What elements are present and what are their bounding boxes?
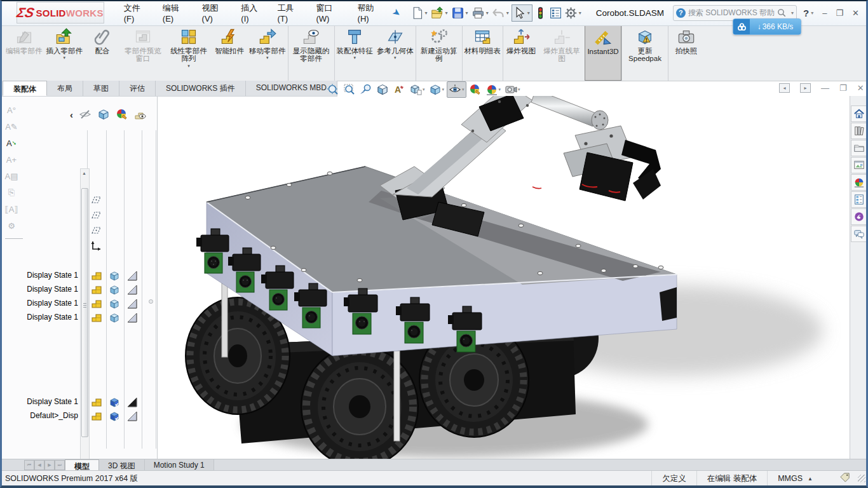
- ribbon-button[interactable]: 移动零部件 ▾: [247, 25, 288, 81]
- menu-item[interactable]: 帮助(H): [352, 0, 389, 27]
- search-scope-caret[interactable]: ▾: [791, 10, 794, 16]
- close-button[interactable]: ✕: [852, 8, 859, 18]
- doc-minimize-button[interactable]: —: [821, 83, 829, 93]
- collapse-right-pane-icon[interactable]: ▸: [800, 83, 811, 93]
- open-button[interactable]: ▾: [430, 5, 450, 21]
- hide-show-cell[interactable]: [91, 396, 102, 408]
- pane-splitter-handle[interactable]: [149, 299, 153, 304]
- resources-home-button[interactable]: [851, 105, 867, 122]
- download-speed-badge[interactable]: ↓366 KB/s: [733, 18, 801, 35]
- ribbon-button[interactable]: 爆炸视图: [503, 25, 539, 81]
- display-mode-cell[interactable]: [109, 270, 120, 281]
- forum-button[interactable]: [851, 208, 867, 225]
- component-row[interactable]: Display State 1: [0, 297, 157, 311]
- component-row[interactable]: Display State 1: [0, 283, 157, 297]
- appearance-cell[interactable]: [126, 298, 138, 309]
- menu-item[interactable]: 文件(F): [118, 0, 154, 27]
- restore-button[interactable]: ❐: [836, 8, 843, 18]
- menu-item[interactable]: 视图(V): [196, 0, 233, 27]
- display-mode-cell[interactable]: [109, 396, 120, 408]
- ribbon-button[interactable]: 显示隐藏的零部件: [288, 25, 334, 81]
- menu-item[interactable]: 编辑(E): [157, 0, 194, 27]
- component-label[interactable]: Display State 1: [21, 285, 78, 294]
- rebuild-button[interactable]: [533, 5, 548, 21]
- plane-icon[interactable]: [90, 224, 102, 236]
- display-mode-cell[interactable]: [109, 284, 120, 295]
- edit-appearance-button[interactable]: [468, 82, 483, 97]
- appearance-cell[interactable]: [126, 312, 138, 323]
- menu-item[interactable]: 插入(I): [235, 0, 269, 27]
- 3d-viewport[interactable]: [157, 96, 850, 459]
- custom-properties-button[interactable]: [851, 191, 867, 208]
- tab-mbd[interactable]: SOLIDWORKS MBD: [246, 81, 337, 96]
- display-mode-column-icon[interactable]: [97, 108, 110, 121]
- print-button[interactable]: ▾: [471, 5, 491, 21]
- ribbon-button[interactable]: 更新 Speedpak: [621, 25, 668, 81]
- plane-icon[interactable]: [90, 209, 102, 221]
- tab-model[interactable]: 模型: [65, 459, 99, 471]
- ribbon-button[interactable]: 配合: [85, 25, 120, 81]
- plane-icon[interactable]: [90, 194, 102, 206]
- search-icon[interactable]: [777, 8, 787, 18]
- section-view-button[interactable]: [375, 82, 390, 97]
- tag-icon[interactable]: [839, 473, 850, 484]
- zoom-to-selection-button[interactable]: [358, 82, 374, 97]
- tab-layout[interactable]: 布局: [47, 81, 83, 96]
- component-label[interactable]: Default>_Disp: [21, 411, 78, 420]
- appearance-cell[interactable]: [126, 396, 138, 408]
- units-dropdown[interactable]: MMGS▲: [767, 471, 823, 486]
- hide-show-items-button[interactable]: ▾: [447, 81, 466, 98]
- hide-show-cell[interactable]: [91, 410, 102, 422]
- zoom-to-area-button[interactable]: [342, 82, 357, 97]
- component-row[interactable]: Display State 1: [0, 269, 157, 283]
- display-mode-cell[interactable]: [109, 298, 120, 309]
- scroll-up-arrow[interactable]: ▲: [81, 170, 88, 177]
- design-library-button[interactable]: [851, 123, 867, 139]
- menu-item[interactable]: 工具(T): [271, 0, 308, 27]
- menu-item[interactable]: 窗口(W): [311, 0, 349, 27]
- options-button[interactable]: ▾: [564, 5, 583, 21]
- hide-show-cell[interactable]: [91, 270, 102, 281]
- ribbon-button[interactable]: 插入零部件 ▾: [44, 25, 85, 81]
- scrollbar-thumb[interactable]: [81, 188, 88, 437]
- ribbon-button[interactable]: 拍快照: [668, 25, 704, 81]
- ribbon-button[interactable]: 装配体特征 ▾: [334, 25, 376, 81]
- hide-show-cell[interactable]: [91, 312, 102, 323]
- hide-show-column-icon[interactable]: [79, 108, 92, 121]
- ribbon-button[interactable]: 新建运动算例: [416, 25, 462, 81]
- help-caret[interactable]: ▾: [811, 10, 813, 16]
- community-chat-button[interactable]: [851, 226, 867, 242]
- file-explorer-button[interactable]: [851, 140, 867, 156]
- tab-evaluate[interactable]: 评估: [119, 81, 156, 96]
- tree-vertical-scrollbar[interactable]: ▲ ▼: [80, 168, 90, 478]
- component-row[interactable]: Default>_Disp: [0, 409, 157, 423]
- component-row[interactable]: Display State 1: [0, 311, 157, 325]
- appearance-cell[interactable]: [126, 284, 138, 295]
- tab-sketch[interactable]: 草图: [83, 81, 119, 96]
- save-button[interactable]: ▾: [451, 5, 470, 21]
- view-orientation-button[interactable]: ▾: [408, 82, 426, 97]
- select-tool-button[interactable]: ▾: [512, 4, 532, 22]
- pin-icon[interactable]: ➤: [390, 6, 403, 20]
- collapse-left-pane-icon[interactable]: ◂: [779, 83, 790, 93]
- hide-show-annotations-button[interactable]: [391, 82, 407, 97]
- file-properties-button[interactable]: [548, 5, 563, 21]
- component-label[interactable]: Display State 1: [21, 397, 78, 406]
- tab-addins[interactable]: SOLIDWORKS 插件: [156, 81, 246, 96]
- display-mode-cell[interactable]: [109, 410, 120, 422]
- view-settings-button[interactable]: ▾: [503, 82, 522, 97]
- apply-scene-button[interactable]: ▾: [484, 82, 503, 97]
- component-row[interactable]: Display State 1: [0, 395, 157, 409]
- display-mode-cell[interactable]: [109, 312, 120, 323]
- ribbon-button[interactable]: Instant3D: [585, 25, 621, 81]
- component-label[interactable]: Display State 1: [21, 299, 78, 308]
- ribbon-button[interactable]: 参考几何体 ▾: [375, 25, 416, 81]
- help-icon[interactable]: ?: [803, 8, 809, 18]
- doc-restore-button[interactable]: ❐: [839, 83, 847, 93]
- ribbon-button[interactable]: 智能扣件: [212, 25, 247, 81]
- ribbon-button[interactable]: 材料明细表: [462, 25, 503, 81]
- appearances-scenes-button[interactable]: [851, 174, 867, 191]
- appearance-column-icon[interactable]: [116, 108, 128, 121]
- component-label[interactable]: Display State 1: [21, 313, 78, 322]
- minimize-button[interactable]: –: [822, 8, 827, 18]
